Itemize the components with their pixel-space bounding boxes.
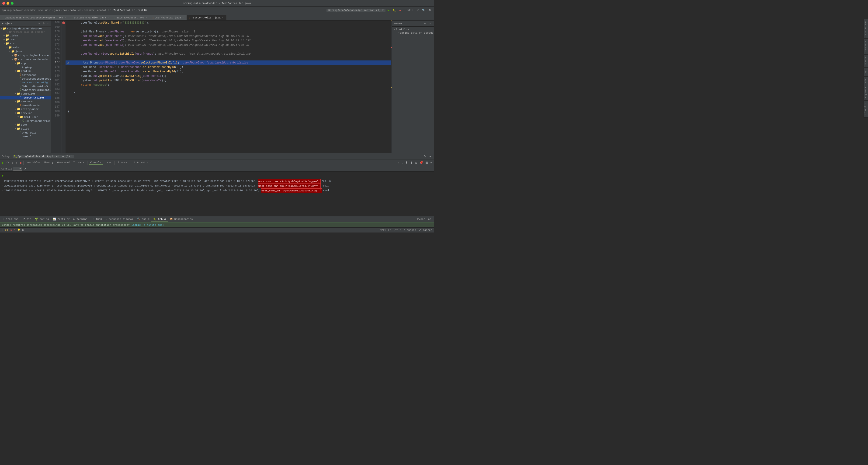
tree-config[interactable]: ▼ 📁 config [0, 69, 51, 73]
bottom-tab-dependencies[interactable]: 📦 Dependencies [168, 217, 195, 222]
tab-statement-handler[interactable]: ☕ StatementHandler.java × [69, 15, 112, 20]
tree-testcontroller[interactable]: ▶ C TestController [0, 96, 51, 99]
tree-datascope[interactable]: ▶ @ DataScope [0, 73, 51, 77]
debug-pin[interactable]: 📌 [418, 161, 424, 165]
debug-settings[interactable]: ⚙ [422, 154, 427, 158]
search-button[interactable]: 🔍 [421, 8, 427, 12]
sync-icon[interactable]: ⟳ [37, 22, 41, 25]
collapse-icon[interactable]: − [46, 22, 49, 25]
bottom-tab-profiler[interactable]: 📊 Profiler [51, 217, 71, 222]
debug-more[interactable]: ≡ [429, 161, 433, 165]
settings-button[interactable]: ⚙ [428, 8, 432, 12]
tree-root[interactable]: ▼ 📁 spring-data-en-decoder [0, 27, 51, 31]
debug-step-up[interactable]: ⬆ [409, 161, 413, 165]
tab-close-1[interactable]: × [107, 16, 110, 19]
debug-session-close[interactable]: × [71, 155, 72, 157]
bottom-tab-todo[interactable]: ✓ TODO [91, 217, 104, 222]
close-dot[interactable] [2, 2, 5, 5]
tab-close-2[interactable]: × [145, 16, 147, 19]
tree-datasourceconfig[interactable]: ▶ C DataSourceConfig [0, 81, 51, 84]
debug-button[interactable]: 🐛 [392, 8, 397, 12]
notification-link[interactable]: Enable (a minute ago) [131, 224, 164, 227]
run-button[interactable]: ▶ [386, 8, 391, 12]
tree-dao-user[interactable]: ▼ 📁 dao.user [0, 99, 51, 104]
maximize-dot[interactable] [11, 2, 13, 5]
run-config[interactable]: SpringDataEnDecoderApplication (1) ▼ [327, 9, 386, 12]
maven-refresh[interactable]: ⟳ [423, 22, 428, 25]
tree-mybatisbaomidou[interactable]: ▶ C MyBatisBaomidouServiceImpl [0, 84, 51, 88]
breadcrumb-project[interactable]: spring-data-en-decoder [2, 9, 36, 12]
status-indent[interactable]: 4 spaces [404, 229, 416, 232]
tab-threads[interactable]: Threads [71, 161, 86, 165]
debug-download[interactable]: ↓ [400, 161, 404, 165]
tree-orderutil[interactable]: ▶ C OrderUtil [0, 131, 51, 135]
step-into-button[interactable]: ↓ [11, 160, 14, 165]
tab-console[interactable]: Console [89, 161, 103, 165]
debug-upload[interactable]: ↑ [397, 161, 400, 165]
status-encoding[interactable]: UTF-8 [394, 229, 401, 232]
maven-project[interactable]: ▶ spring-data-en-decoder [393, 31, 433, 34]
tree-mybatisplugin[interactable]: ▶ C MybatisPluginConfig [0, 88, 51, 92]
tree-impl-user[interactable]: ▼ 📁 impl.user [0, 115, 51, 119]
status-errors[interactable]: ✕ 2 [10, 229, 15, 232]
tab-test-controller[interactable]: ☕ TestController.java × [187, 15, 226, 20]
tree-service[interactable]: ▼ 📁 service [0, 111, 51, 115]
tab-variables[interactable]: Variables [25, 161, 42, 165]
step-over-button[interactable]: ↷ [6, 160, 10, 165]
tree-idea[interactable]: ▶ 📁 .idea [0, 34, 51, 37]
tree-logaop[interactable]: ▶ C LogAop [0, 65, 51, 69]
maven-add[interactable]: + [428, 22, 432, 25]
tree-user[interactable]: ▶ 📁 user [0, 123, 51, 127]
console-content[interactable]: ▶ → 220811152942141 exet=749 UPDATE= Use… [0, 172, 434, 216]
gear-icon[interactable]: ⚙ [42, 22, 45, 25]
tree-entity-user[interactable]: ▶ 📁 entity.user [0, 107, 51, 111]
tree-contoller[interactable]: ▼ 📁 contoller [0, 92, 51, 96]
undo-button[interactable]: ↩ [415, 8, 420, 12]
tab-close-4[interactable]: × [221, 16, 224, 19]
tree-datascopeinterceptor[interactable]: ▶ C DataScopeInterceptor [0, 77, 51, 81]
tree-main[interactable]: ▼ 📁 main [0, 46, 51, 50]
tree-utils[interactable]: ▼ 📁 utils [0, 127, 51, 131]
tab-data-update-encrypt[interactable]: ☕ DataUpdateEncryptScopeInterceptor.java… [0, 15, 69, 20]
tree-userphonedao[interactable]: ▶ I UserPhoneDao [0, 104, 51, 107]
status-warnings[interactable]: ⚠ 29 [2, 229, 8, 232]
tree-osutil[interactable]: ▶ C OsUtil [0, 135, 51, 138]
tree-userphoneserviceimpl[interactable]: ▶ C UserPhoneServiceImpl [0, 119, 51, 123]
code-content[interactable]: userPhone3.setUserNameEn("333333333333")… [65, 21, 391, 153]
tab-close-3[interactable]: × [182, 16, 184, 19]
debug-step-down[interactable]: ⬇ [404, 161, 409, 165]
event-log-tab[interactable]: Event Log [415, 217, 433, 222]
tree-logback[interactable]: ▶ 📦 ch.qos.logback.core.rolling [0, 54, 51, 57]
frames-tab[interactable]: Frames [116, 161, 129, 165]
debug-session[interactable]: 🐛 SpringDataEnDecoderApplication (1) × [12, 155, 74, 158]
code-editor[interactable]: 168 169 170 171 172 173 174 175 176 177 … [51, 21, 392, 153]
resume-button[interactable]: ▶ [1, 160, 5, 165]
tree-com-data[interactable]: ▼ 📦 com.data.en.decoder [0, 57, 51, 61]
debug-layout[interactable]: ⊞ [425, 161, 429, 165]
bottom-tab-git[interactable]: ⎇ Git [20, 217, 33, 222]
git-button[interactable]: Git: ✓ [406, 8, 415, 12]
maven-profiles[interactable]: ▼ Profiles [393, 28, 433, 31]
bottom-tab-problems[interactable]: ⚠ Problems [1, 217, 20, 222]
tree-aop[interactable]: ▼ 📁 aop [0, 61, 51, 65]
actuator-tab[interactable]: ⚡ Actuator [131, 161, 151, 165]
tab-close-0[interactable]: × [64, 16, 66, 19]
stop-debug-button[interactable]: ■ [19, 160, 22, 165]
status-position[interactable]: 62:1 [380, 229, 386, 232]
minimize-dot[interactable] [6, 2, 9, 5]
tab-dash[interactable]: |--- [103, 161, 113, 165]
stop-button[interactable]: ■ [398, 8, 402, 12]
tree-mvn[interactable]: ▶ 📁 .mvn [0, 37, 51, 41]
tree-java[interactable]: ▼ 📁 java [0, 50, 51, 54]
debug-filter[interactable]: ⧖ [414, 161, 418, 165]
bottom-tab-spring[interactable]: 🌱 Spring [33, 217, 51, 222]
bottom-tab-build[interactable]: 🔨 Build [135, 217, 152, 222]
console-filter[interactable]: --- ▼ [13, 167, 22, 171]
status-branch[interactable]: ⎇ master [418, 229, 432, 232]
tree-src[interactable]: ▼ 📁 src [0, 41, 51, 46]
bottom-tab-sequence[interactable]: ↔ Sequence Diagram [104, 217, 135, 222]
step-out-button[interactable]: ↑ [15, 160, 18, 165]
status-line-ending[interactable]: LF [388, 229, 391, 232]
debug-minimize[interactable]: − [428, 154, 432, 158]
status-hints[interactable]: 💡 8 [17, 229, 24, 232]
